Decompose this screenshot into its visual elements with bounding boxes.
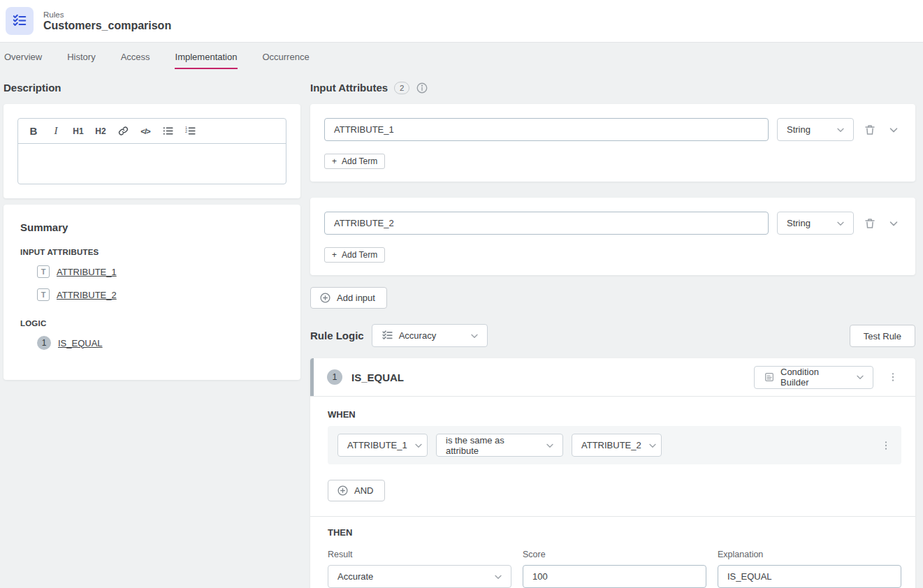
chevron-down-icon — [887, 124, 900, 136]
rule-logic-row: Rule Logic Accuracy Test Rule — [310, 324, 915, 347]
summary-card: Summary INPUT ATTRIBUTES T ATTRIBUTE_1 T… — [3, 205, 300, 380]
right-column: Input Attributes 2 String — [310, 69, 915, 588]
add-and-condition-button[interactable]: AND — [328, 480, 385, 501]
condition-left-attribute-select[interactable]: ATTRIBUTE_1 — [337, 434, 428, 457]
logic-block-name: IS_EQUAL — [351, 372, 404, 383]
builder-mode-value: Condition Builder — [780, 367, 849, 388]
condition-right-attribute-select[interactable]: ATTRIBUTE_2 — [572, 434, 662, 457]
left-column: Description B I H1 H2 — [3, 69, 300, 380]
chevron-down-icon — [469, 330, 480, 341]
ordered-list-button[interactable]: 1 2 — [180, 122, 200, 140]
logic-block-body: WHEN ATTRIBUTE_1 is the same as attribut… — [310, 397, 915, 588]
condition-builder-icon — [764, 372, 775, 383]
input-attributes-heading: Input Attributes — [310, 82, 388, 94]
dimension-select-value: Accuracy — [399, 330, 436, 341]
collapse-attribute-2-button[interactable] — [886, 216, 901, 231]
condition-row: ATTRIBUTE_1 is the same as attribute ATT… — [328, 426, 901, 464]
checklist-icon — [381, 330, 393, 341]
kebab-menu-icon — [880, 440, 892, 451]
input-attributes-count-badge: 2 — [394, 82, 409, 94]
chevron-down-icon — [855, 372, 866, 383]
result-label: Result — [328, 550, 511, 559]
rule-logic-heading: Rule Logic — [310, 330, 364, 341]
text-type-icon: T — [37, 288, 50, 301]
explanation-input[interactable] — [718, 565, 901, 588]
attribute-1-name-input[interactable] — [324, 118, 769, 141]
add-term-button[interactable]: + Add Term — [324, 247, 385, 263]
tab-access[interactable]: Access — [120, 43, 151, 69]
summary-is-equal-link[interactable]: IS_EQUAL — [58, 338, 103, 348]
when-label: WHEN — [328, 409, 901, 420]
heading1-button[interactable]: H1 — [68, 122, 88, 140]
delete-attribute-1-button[interactable] — [862, 122, 878, 138]
bold-button[interactable]: B — [24, 122, 43, 140]
info-icon[interactable] — [416, 82, 428, 94]
test-rule-button[interactable]: Test Rule — [850, 325, 915, 347]
title-block: Rules Customers_comparison — [43, 10, 171, 32]
add-term-label: Add Term — [342, 250, 377, 260]
h2-icon: H2 — [95, 126, 106, 136]
add-input-button[interactable]: Add input — [310, 287, 387, 309]
and-label: AND — [354, 485, 373, 496]
score-input[interactable] — [523, 565, 706, 588]
delete-attribute-2-button[interactable] — [862, 216, 878, 231]
bullet-list-icon — [162, 125, 174, 137]
input-attribute-card-2: String — [310, 198, 915, 275]
logic-index-badge: 1 — [327, 369, 342, 385]
description-card: B I H1 H2 </> — [3, 104, 300, 198]
plus-icon: + — [332, 156, 337, 166]
logic-block-menu-button[interactable] — [885, 369, 901, 385]
then-section: THEN Result Accurate Sc — [328, 517, 901, 588]
condition-right-value: ATTRIBUTE_2 — [581, 440, 641, 450]
chevron-down-icon — [493, 571, 504, 582]
result-select[interactable]: Accurate — [328, 565, 511, 588]
editor-toolbar: B I H1 H2 </> — [18, 119, 286, 144]
attribute-1-type-select[interactable]: String — [777, 118, 854, 141]
summary-heading: Summary — [20, 221, 284, 233]
description-heading: Description — [3, 82, 61, 94]
description-editor-area[interactable] — [18, 144, 286, 184]
list-item: 1 IS_EQUAL — [37, 336, 284, 350]
builder-mode-select[interactable]: Condition Builder — [754, 366, 873, 389]
italic-button[interactable]: I — [46, 122, 66, 140]
condition-operator-select[interactable]: is the same as attribute — [436, 434, 563, 457]
condition-row-menu-button[interactable] — [878, 437, 894, 454]
input-attribute-card-1: String — [310, 104, 915, 182]
tab-history[interactable]: History — [66, 43, 96, 69]
result-select-value: Accurate — [337, 571, 373, 582]
add-term-button[interactable]: + Add Term — [324, 154, 385, 169]
ordered-list-icon: 1 2 — [184, 125, 196, 137]
type-select-value: String — [787, 124, 811, 135]
collapse-attribute-1-button[interactable] — [886, 122, 901, 138]
tab-overview[interactable]: Overview — [3, 43, 43, 69]
italic-icon: I — [54, 125, 58, 137]
chevron-down-icon — [887, 217, 900, 230]
code-icon: </> — [140, 127, 150, 135]
svg-text:2: 2 — [185, 129, 187, 133]
logic-block-card: 1 IS_EQUAL Condition Builder — [310, 358, 915, 588]
trash-icon — [864, 124, 876, 136]
tab-occurrence[interactable]: Occurrence — [261, 43, 310, 69]
summary-input-attributes-label: INPUT ATTRIBUTES — [20, 248, 284, 256]
condition-left-value: ATTRIBUTE_1 — [347, 440, 407, 450]
breadcrumb: Rules — [43, 10, 171, 19]
plus-circle-icon — [337, 485, 349, 497]
chevron-down-icon — [413, 440, 424, 451]
attribute-2-name-input[interactable] — [324, 212, 769, 235]
plus-circle-icon — [319, 292, 331, 304]
summary-logic-label: LOGIC — [20, 319, 284, 328]
bullet-list-button[interactable] — [158, 122, 177, 140]
code-button[interactable]: </> — [136, 122, 155, 140]
heading2-button[interactable]: H2 — [91, 122, 110, 140]
summary-attribute-1-link[interactable]: ATTRIBUTE_1 — [57, 267, 117, 277]
tab-implementation[interactable]: Implementation — [175, 43, 238, 69]
link-button[interactable] — [113, 122, 133, 140]
summary-attribute-2-link[interactable]: ATTRIBUTE_2 — [57, 290, 117, 300]
logic-block-header: 1 IS_EQUAL Condition Builder — [310, 358, 915, 397]
h1-icon: H1 — [73, 126, 83, 136]
dimension-select[interactable]: Accuracy — [372, 324, 488, 347]
tab-bar: Overview History Access Implementation O… — [0, 43, 923, 69]
attribute-2-type-select[interactable]: String — [777, 212, 854, 235]
result-field: Result Accurate — [328, 550, 511, 588]
bold-icon: B — [30, 125, 38, 137]
